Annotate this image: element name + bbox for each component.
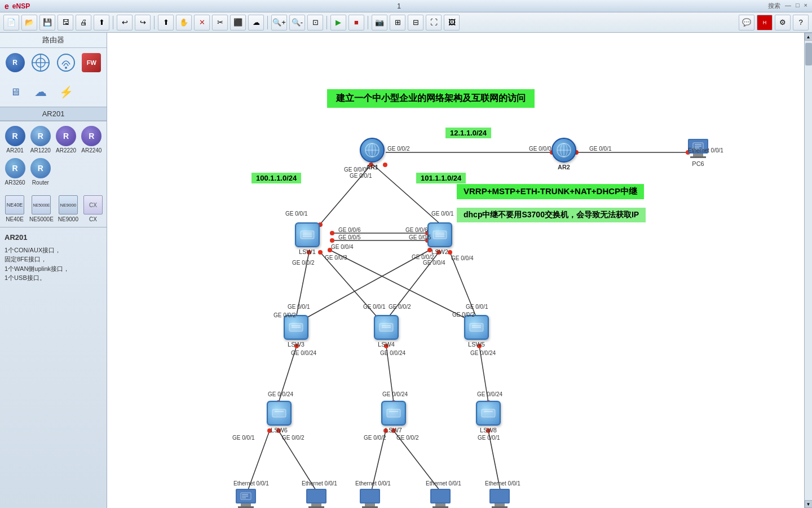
huawei-button[interactable]: H xyxy=(757,15,773,30)
saveas-button[interactable]: 🖫 xyxy=(58,15,73,30)
device-ar2[interactable]: AR2 xyxy=(551,138,576,170)
sidebar-item-bolt[interactable]: ⚡ xyxy=(55,81,78,103)
device-pc5[interactable]: PC5 xyxy=(488,489,511,508)
minimize-btn[interactable]: — xyxy=(785,2,791,10)
router-icons-grid: R FW xyxy=(0,48,107,77)
lsw5-label: LSW5 xyxy=(468,341,485,348)
lsw6-ge002: GE 0/0/2 xyxy=(282,435,304,441)
lsw7-ge002b: GE 0/0/2 xyxy=(396,435,418,441)
hand-button[interactable]: ✋ xyxy=(176,15,192,30)
device-lsw3[interactable]: LSW3 xyxy=(284,315,308,348)
ar1220-device-icon: R xyxy=(30,126,51,146)
sidebar-item-ar2220[interactable]: R AR2220 xyxy=(55,125,78,155)
multi-button[interactable]: ⬛ xyxy=(230,15,246,30)
sidebar-item-ar201[interactable]: R AR201 xyxy=(3,125,27,155)
lsw4-label: LSW4 xyxy=(378,341,395,348)
ar2240-label: AR2240 xyxy=(81,147,102,154)
fullscreen-button[interactable]: ⛶ xyxy=(426,15,442,30)
scroll-track[interactable] xyxy=(805,41,813,500)
search-label: 搜索 xyxy=(768,2,780,10)
device-lsw6[interactable]: LSW6 xyxy=(267,401,292,433)
ar2240-icon: R xyxy=(81,126,102,146)
settings-button[interactable]: ⚙ xyxy=(775,15,791,30)
lsw1-icon xyxy=(295,222,320,247)
sidebar-item-ar201-top[interactable]: R xyxy=(3,51,27,74)
sidebar-item-cx[interactable]: CX CX xyxy=(82,194,104,224)
sidebar-item-wireless[interactable] xyxy=(55,51,78,74)
lsw7-icon xyxy=(381,401,406,426)
print-button[interactable]: 🖨 xyxy=(76,15,91,30)
redo-button[interactable]: ↪ xyxy=(135,15,151,30)
zoomout-button[interactable]: 🔍- xyxy=(289,15,305,30)
capture-button[interactable]: 📷 xyxy=(372,15,387,30)
lsw1-ge001: GE 0/0/1 xyxy=(285,211,307,217)
pc5-icon xyxy=(488,489,511,508)
device-pc2[interactable]: PC2 xyxy=(305,489,328,508)
select-button[interactable]: ⬆ xyxy=(158,15,174,30)
sidebar-item-ar3260[interactable]: R AR3260 xyxy=(3,157,27,187)
sidebar-item-ar1220[interactable]: R AR1220 xyxy=(29,125,52,155)
lsw7-label: LSW7 xyxy=(385,427,402,433)
help-button[interactable]: ? xyxy=(793,15,809,30)
lsw2-ge001: GE 0/0/1 xyxy=(431,211,453,217)
sidebar-item-ne40e[interactable]: NE40E NE40E xyxy=(3,194,26,224)
arrange-button[interactable]: ⊞ xyxy=(390,15,405,30)
lsw3-icon xyxy=(284,315,308,340)
device-lsw4[interactable]: LSW4 xyxy=(374,315,399,348)
ne9000-label: NE9000 xyxy=(58,216,78,222)
remote-button[interactable]: 💬 xyxy=(739,15,754,30)
main-layout: 路由器 R FW xyxy=(0,33,812,508)
pc1-icon xyxy=(235,489,257,508)
image-button[interactable]: 🖼 xyxy=(444,15,460,30)
device-lsw5[interactable]: LSW5 xyxy=(464,315,489,348)
new-button[interactable]: 📄 xyxy=(3,15,19,30)
sidebar-item-cloud[interactable]: ☁ xyxy=(29,81,52,103)
ar3260-device-icon: R xyxy=(5,158,25,178)
close-btn[interactable]: × xyxy=(804,2,807,10)
device-lsw7[interactable]: LSW7 xyxy=(381,401,406,433)
scroll-thumb[interactable] xyxy=(805,43,812,65)
zoomin-button[interactable]: 🔍+ xyxy=(271,15,287,30)
delete-button[interactable]: ✕ xyxy=(194,15,210,30)
device-lsw1[interactable]: LSW1 xyxy=(295,222,320,255)
sidebar-item-mesh[interactable] xyxy=(29,51,52,74)
ar2220-icon: R xyxy=(56,126,76,146)
maximize-btn[interactable]: □ xyxy=(796,2,800,10)
sidebar-item-ne5000e[interactable]: NE5000E NE5000E xyxy=(28,194,55,224)
open-button[interactable]: 📂 xyxy=(21,15,37,30)
ar1-ge000-label: GE 0/0/0 xyxy=(344,167,366,173)
device-pc1[interactable]: PC1 xyxy=(235,489,257,508)
device-lsw2[interactable]: LSW2 xyxy=(427,222,452,255)
ar1-ge001-label: GE 0/0/1 xyxy=(350,173,372,179)
device-ar1[interactable]: AR1 xyxy=(360,138,385,170)
scroll-down-arrow[interactable]: ▼ xyxy=(805,500,813,508)
undo-button[interactable]: ↩ xyxy=(117,15,133,30)
device-lsw8[interactable]: LSW8 xyxy=(476,401,501,433)
device-pc3[interactable]: PC3 xyxy=(359,489,381,508)
sidebar-item-ne9000[interactable]: NE9000 NE9000 xyxy=(57,194,80,224)
device-pc4[interactable]: PC4 xyxy=(429,489,452,508)
cloud-button[interactable]: ☁ xyxy=(248,15,264,30)
sidebar-item-ar2240[interactable]: R AR2240 xyxy=(80,125,103,155)
sidebar-item-monitor[interactable]: 🖥 xyxy=(3,81,27,103)
lsw4-ge0024: GE 0/0/24 xyxy=(380,350,405,356)
sidebar-item-firewall[interactable]: FW xyxy=(80,51,103,74)
play-button[interactable]: ▶ xyxy=(330,15,346,30)
split-button[interactable]: ⊟ xyxy=(408,15,423,30)
ar2-ge001-label: GE 0/0/1 xyxy=(589,146,611,152)
scroll-up-arrow[interactable]: ▲ xyxy=(805,33,813,41)
pc6-label: PC6 xyxy=(692,160,704,167)
subnet-right-label: 101.1.1.0/24 xyxy=(416,173,466,183)
save-button[interactable]: 💾 xyxy=(39,15,55,30)
import-button[interactable]: ⬆ xyxy=(94,15,109,30)
stop-button[interactable]: ■ xyxy=(348,15,364,30)
fit-button[interactable]: ⊡ xyxy=(307,15,323,30)
lsw2-ge004: GE 0/0/4 xyxy=(423,260,445,266)
canvas-area[interactable]: 建立一个中小型企业的网络架构及互联网的访问 VRRP+MSTP+ETH-TRUN… xyxy=(107,33,804,508)
scrollbar-right[interactable]: ▲ ▼ xyxy=(804,33,812,508)
canvas-title-banner: 建立一个中小型企业的网络架构及互联网的访问 xyxy=(327,89,535,108)
cut-button[interactable]: ✂ xyxy=(212,15,228,30)
info-panel-title: AR201 xyxy=(5,232,102,243)
lsw1-ge006: GE 0/0/6 xyxy=(338,227,360,233)
sidebar-item-router[interactable]: R Router xyxy=(29,157,52,187)
